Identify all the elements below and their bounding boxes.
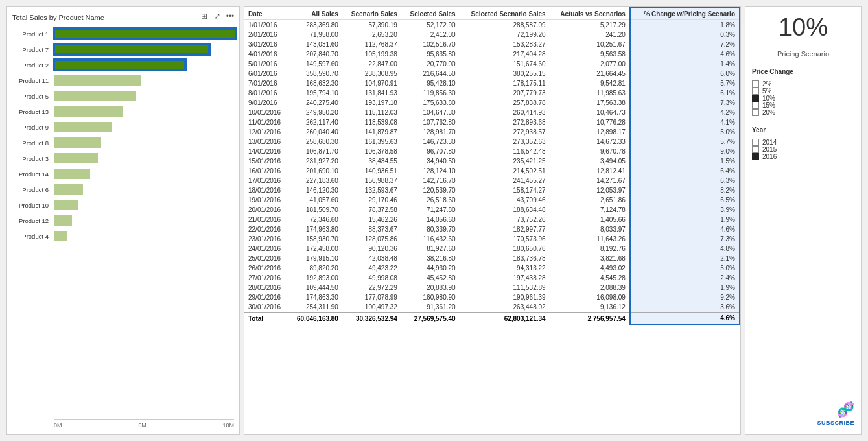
table-cell: 72,346.60: [288, 215, 342, 224]
bar-chart: Product 1Product 7Product 2Product 11Pro…: [12, 27, 237, 418]
bar-row[interactable]: Product 9: [12, 120, 237, 134]
subscribe-text[interactable]: SUBSCRIBE: [817, 420, 854, 426]
table-cell: 182,997.77: [460, 224, 550, 234]
table-cell: 2,088.39: [550, 283, 630, 292]
bar-row[interactable]: Product 4: [12, 229, 237, 243]
table-cell: 20/01/2016: [244, 205, 288, 215]
table-cell: 4.1%: [630, 117, 740, 127]
table-cell: 12,053.97: [550, 185, 630, 195]
table-header: Selected Scenario Sales: [460, 8, 550, 20]
checkbox[interactable]: [752, 88, 759, 95]
bar-container: [54, 184, 237, 195]
table-row: 11/01/2016262,117.40118,539.08107,762.80…: [244, 117, 740, 127]
price-option[interactable]: 10%: [752, 95, 854, 102]
table-cell: 21,664.45: [550, 69, 630, 78]
table-cell: 72,199.20: [460, 30, 550, 40]
price-option[interactable]: 20%: [752, 109, 854, 116]
table-row: 28/01/2016109,444.5022,972.2920,883.9011…: [244, 283, 740, 292]
checkbox[interactable]: [752, 95, 759, 102]
xaxis-labels: 0M5M10M: [12, 422, 237, 429]
table-cell: 6.1%: [630, 88, 740, 98]
bar: [54, 215, 72, 226]
bar-row[interactable]: Product 12: [12, 213, 237, 228]
table-row: 13/01/2016258,680.30161,395.63146,723.30…: [244, 137, 740, 147]
more-icon[interactable]: •••: [225, 11, 235, 21]
checkbox[interactable]: [752, 139, 759, 146]
checkbox[interactable]: [752, 109, 759, 116]
table-cell: 88,373.67: [342, 224, 401, 234]
bar-row[interactable]: Product 8: [12, 136, 237, 150]
table-cell: 241,455.27: [460, 176, 550, 185]
table-cell: 178,175.11: [460, 78, 550, 88]
table-cell: 22,972.29: [342, 283, 401, 292]
table-cell: 115,112.03: [342, 108, 401, 117]
bar-row[interactable]: Product 10: [12, 198, 237, 212]
table-cell: 1.4%: [630, 59, 740, 69]
table-cell: 15,462.26: [342, 215, 401, 224]
bar-container: [54, 44, 237, 54]
table-cell: 5.0%: [630, 263, 740, 273]
table-row: 24/01/2016172,458.0090,120.3681,927.6018…: [244, 244, 740, 254]
table-cell: 116,432.60: [401, 234, 460, 244]
bar-row[interactable]: Product 3: [12, 151, 237, 165]
table-wrapper[interactable]: DateAll SalesScenario SalesSelected Sale…: [244, 7, 740, 434]
table-cell: 116,542.48: [460, 147, 550, 156]
bar-row[interactable]: Product 6: [12, 182, 237, 197]
table-cell: 201,690.10: [288, 166, 342, 176]
checkbox[interactable]: [752, 102, 759, 109]
table-cell: 11,985.63: [550, 88, 630, 98]
table-cell: 71,247.80: [401, 205, 460, 215]
bar-label: Product 7: [12, 46, 51, 53]
table-cell: 34,940.50: [401, 156, 460, 166]
pricing-label: Pricing Scenario: [752, 50, 854, 58]
panel-toolbar: ⊞ ⤢ •••: [199, 11, 235, 21]
table-row: 15/01/2016231,927.2038,434.5534,940.5023…: [244, 156, 740, 166]
price-option[interactable]: 15%: [752, 102, 854, 109]
checkbox[interactable]: [752, 146, 759, 153]
table-cell: 153,283.27: [460, 40, 550, 49]
year-option[interactable]: 2014: [752, 139, 854, 146]
bar-row[interactable]: Product 7: [12, 42, 237, 56]
grid-icon[interactable]: ⊞: [199, 11, 209, 21]
year-option[interactable]: 2016: [752, 153, 854, 160]
table-cell: 11/01/2016: [244, 117, 288, 127]
bar-row[interactable]: Product 13: [12, 104, 237, 119]
bar-row[interactable]: Product 2: [12, 58, 237, 72]
bar-row[interactable]: Product 5: [12, 89, 237, 103]
checkbox[interactable]: [752, 153, 759, 160]
checkbox[interactable]: [752, 80, 759, 88]
table-cell: 151,674.60: [460, 59, 550, 69]
table-cell: 38,216.80: [401, 254, 460, 263]
option-label: 2014: [762, 139, 777, 146]
bar-label: Product 6: [12, 186, 51, 193]
table-cell: 6.5%: [630, 195, 740, 205]
bar-row[interactable]: Product 1: [12, 27, 237, 41]
price-option[interactable]: 5%: [752, 88, 854, 95]
expand-icon[interactable]: ⤢: [212, 11, 222, 21]
table-cell: 179,915.10: [288, 254, 342, 263]
bar-row[interactable]: Product 11: [12, 73, 237, 88]
table-cell: 257,838.78: [460, 98, 550, 108]
table-cell: 273,352.63: [460, 137, 550, 147]
table-cell: 9,563.58: [550, 49, 630, 59]
table-cell: 3.6%: [630, 302, 740, 313]
table-cell: 241.20: [550, 30, 630, 40]
table-cell: 214,502.51: [460, 166, 550, 176]
table-cell: 45,452.80: [401, 273, 460, 283]
table-cell: 207,779.73: [460, 88, 550, 98]
table-cell: 29/01/2016: [244, 292, 288, 302]
table-cell: 80,339.70: [401, 224, 460, 234]
table-row: 30/01/2016254,311.90100,497.3291,361.202…: [244, 302, 740, 313]
table-cell: 44,930.20: [401, 263, 460, 273]
price-option[interactable]: 2%: [752, 80, 854, 88]
bar-container: [54, 29, 237, 39]
year-option[interactable]: 2015: [752, 146, 854, 153]
table-cell: 158,174.27: [460, 185, 550, 195]
table-cell: 89,820.20: [288, 263, 342, 273]
table-cell: 262,117.40: [288, 117, 342, 127]
table-cell: 8,192.76: [550, 244, 630, 254]
bar-row[interactable]: Product 14: [12, 167, 237, 181]
table-cell: 0.3%: [630, 30, 740, 40]
table-row: 7/01/2016168,632.30104,970.9195,428.1017…: [244, 78, 740, 88]
table-cell: 15/01/2016: [244, 156, 288, 166]
